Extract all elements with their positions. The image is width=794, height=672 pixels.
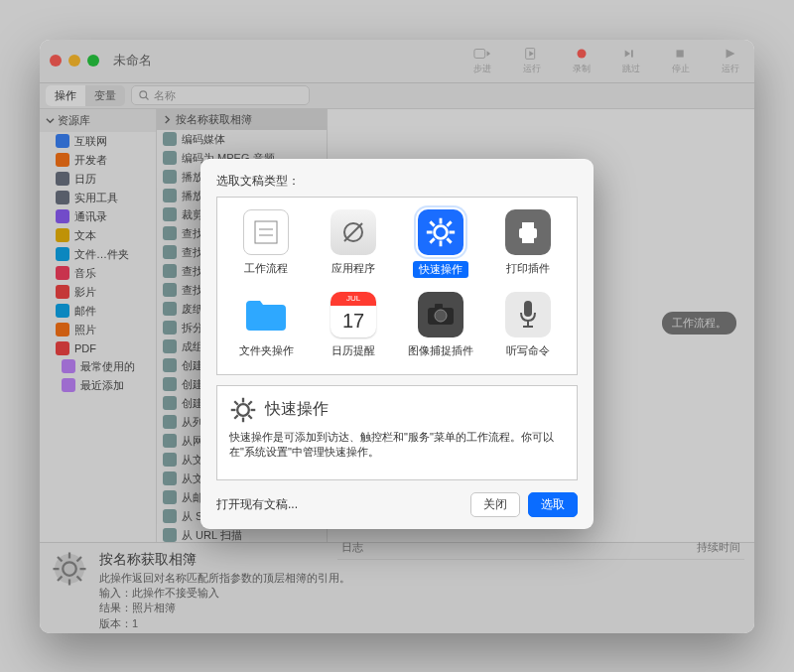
- doctype-capture[interactable]: 图像捕捉插件: [400, 292, 481, 358]
- quick-icon: [418, 209, 463, 255]
- description-body: 快速操作是可添加到访达、触控栏和"服务"菜单的工作流程。你可以在"系统设置"中管…: [229, 430, 565, 462]
- dialog-buttons: 打开现有文稿... 关闭 选取: [216, 492, 578, 517]
- svg-line-44: [248, 415, 252, 419]
- document-type-dialog: 选取文稿类型： 工作流程应用程序快速操作打印插件文件夹操作JUL17日历提醒图像…: [200, 159, 594, 529]
- doctype-label: 工作流程: [244, 261, 288, 276]
- doctype-label: 图像捕捉插件: [408, 343, 473, 358]
- doctype-label: 文件夹操作: [239, 343, 294, 358]
- svg-line-28: [430, 238, 434, 242]
- doctype-folder[interactable]: 文件夹操作: [225, 292, 307, 358]
- gear-icon: [229, 396, 257, 424]
- svg-line-43: [234, 401, 238, 405]
- calendar-icon: JUL17: [331, 292, 376, 337]
- doctype-calendar[interactable]: JUL17日历提醒: [313, 292, 394, 358]
- doctype-workflow[interactable]: 工作流程: [225, 209, 307, 278]
- doctype-dictation[interactable]: 听写命令: [487, 292, 569, 358]
- doctype-quick[interactable]: 快速操作: [400, 209, 481, 278]
- close-button[interactable]: 关闭: [470, 492, 520, 517]
- svg-rect-34: [435, 304, 443, 309]
- description-title: 快速操作: [265, 399, 329, 420]
- automator-window: 未命名 步进运行录制跳过停止运行 操作 变量 名称 资源库 互联网开发者日历实用…: [40, 40, 754, 633]
- svg-rect-35: [524, 301, 532, 317]
- dialog-title: 选取文稿类型：: [216, 173, 578, 190]
- dictation-icon: [505, 292, 551, 337]
- svg-point-33: [435, 310, 447, 322]
- doctype-label: 快速操作: [413, 261, 468, 278]
- svg-line-45: [248, 401, 252, 405]
- choose-button[interactable]: 选取: [528, 492, 578, 517]
- doctype-app[interactable]: 应用程序: [313, 209, 394, 278]
- open-existing-button[interactable]: 打开现有文稿...: [216, 493, 310, 516]
- svg-line-25: [430, 221, 434, 225]
- doctype-print[interactable]: 打印插件: [487, 209, 569, 278]
- doctype-label: 日历提醒: [331, 343, 375, 358]
- doctype-label: 打印插件: [506, 261, 550, 276]
- svg-rect-31: [522, 236, 534, 243]
- folder-icon: [243, 292, 289, 337]
- svg-point-38: [237, 404, 249, 416]
- workflow-icon: [243, 209, 289, 255]
- doctype-label: 听写命令: [506, 343, 550, 358]
- capture-icon: [418, 292, 463, 337]
- app-icon: [331, 209, 376, 255]
- print-icon: [505, 209, 551, 255]
- svg-rect-17: [255, 221, 277, 243]
- svg-point-20: [435, 225, 448, 238]
- svg-line-27: [447, 221, 451, 225]
- doctype-label: 应用程序: [331, 261, 375, 276]
- document-type-description: 快速操作 快速操作是可添加到访达、触控栏和"服务"菜单的工作流程。你可以在"系统…: [216, 385, 578, 480]
- svg-rect-30: [522, 222, 534, 230]
- svg-line-46: [234, 415, 238, 419]
- document-type-grid: 工作流程应用程序快速操作打印插件文件夹操作JUL17日历提醒图像捕捉插件听写命令: [216, 197, 578, 375]
- svg-line-26: [447, 238, 451, 242]
- modal-overlay: 选取文稿类型： 工作流程应用程序快速操作打印插件文件夹操作JUL17日历提醒图像…: [40, 40, 754, 633]
